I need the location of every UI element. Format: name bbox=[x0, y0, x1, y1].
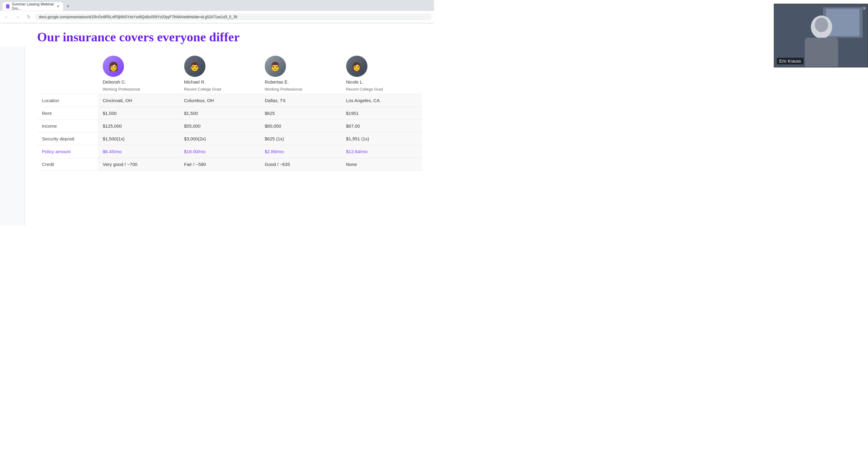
cell-credit-robertas: Good / ~635 bbox=[260, 158, 341, 171]
row-label-credit: Credit bbox=[37, 158, 98, 171]
policy-amount-row: Policy amount $6.45/mo $18.00/mo $2.86/m… bbox=[37, 145, 422, 158]
left-sidebar bbox=[0, 46, 25, 226]
row-label-income: Income bbox=[37, 120, 98, 132]
cell-credit-nicole: None bbox=[341, 158, 422, 171]
cell-credit-michael: Fair / ~580 bbox=[179, 158, 260, 171]
row-label-rent: Rent bbox=[37, 107, 98, 120]
new-tab-button[interactable]: + bbox=[64, 3, 72, 10]
row-label-location: Location bbox=[37, 94, 98, 107]
person-role-michael: Recent College Grad bbox=[184, 87, 221, 92]
cell-security-robertas: $625 (1x) bbox=[260, 132, 341, 145]
cell-credit-deborah: Very good / ~700 bbox=[98, 158, 179, 171]
table-row: Credit Very good / ~700 Fair / ~580 Good… bbox=[37, 158, 422, 171]
cell-security-deborah: $1,500(1x) bbox=[98, 132, 179, 145]
profile-michael: 👨 Michael R. Recent College Grad bbox=[184, 56, 255, 92]
avatar-nicole: 👩 bbox=[346, 56, 367, 77]
cell-rent-michael: $1,500 bbox=[179, 107, 260, 120]
cell-location-robertas: Dallas, TX bbox=[260, 94, 341, 107]
header-deborah: 👩 Deborah C. Working Professional bbox=[98, 52, 179, 94]
cell-security-michael: $3,000(2x) bbox=[179, 132, 260, 145]
table-row: Location Cincinnati, OH Columbus, OH Dal… bbox=[37, 94, 422, 107]
cell-location-deborah: Cincinnati, OH bbox=[98, 94, 179, 107]
refresh-button[interactable]: ↻ bbox=[24, 13, 33, 21]
person-role-robertas: Working Professional bbox=[265, 87, 302, 92]
slide-content: Our insurance covers everyone differ 👩 D… bbox=[25, 23, 434, 224]
person-role-deborah: Working Professional bbox=[103, 87, 140, 92]
person-name-nicole: Nicole L. bbox=[346, 79, 364, 85]
profile-deborah: 👩 Deborah C. Working Professional bbox=[103, 56, 175, 92]
person-role-nicole: Recent College Grad bbox=[346, 87, 383, 92]
tab-bar: Summer Leasing Webinar Gro... ✕ + bbox=[0, 0, 434, 11]
row-label-policy: Policy amount bbox=[37, 145, 98, 158]
url-text: docs.google.com/presentation/d/1RnOn8R5L… bbox=[39, 15, 237, 19]
person-name-robertas: Robertas E. bbox=[265, 79, 289, 85]
table-row: Security deposit $1,500(1x) $3,000(2x) $… bbox=[37, 132, 422, 145]
profile-robertas: 👨 Robertas E. Working Professional bbox=[265, 56, 336, 92]
tab-title: Summer Leasing Webinar Gro... bbox=[12, 2, 54, 11]
slide-title: Our insurance covers everyone differ bbox=[37, 30, 422, 45]
cell-income-deborah: $125,000 bbox=[98, 120, 179, 132]
back-button[interactable]: ← bbox=[2, 13, 11, 21]
cell-income-robertas: $80,000 bbox=[260, 120, 341, 132]
table-header-row: 👩 Deborah C. Working Professional 👨 Mich… bbox=[37, 52, 422, 94]
table-row: Income $125,000 $55,000 $80,000 $67,00 bbox=[37, 120, 422, 132]
cell-location-michael: Columbus, OH bbox=[179, 94, 260, 107]
cell-location-nicole: Los Angeles, CA bbox=[341, 94, 422, 107]
cell-security-nicole: $1,951 (1x) bbox=[341, 132, 422, 145]
person-name-michael: Michael R. bbox=[184, 79, 206, 85]
header-robertas: 👨 Robertas E. Working Professional bbox=[260, 52, 341, 94]
profile-nicole: 👩 Nicole L. Recent College Grad bbox=[346, 56, 417, 92]
active-tab[interactable]: Summer Leasing Webinar Gro... ✕ bbox=[2, 2, 63, 11]
avatar-michael: 👨 bbox=[184, 56, 206, 77]
cell-policy-deborah: $6.45/mo bbox=[98, 145, 179, 158]
header-nicole: 👩 Nicole L. Recent College Grad bbox=[341, 52, 422, 94]
nav-bar: ← → ↻ docs.google.com/presentation/d/1Rn… bbox=[0, 11, 434, 23]
cell-policy-robertas: $2.86/mo bbox=[260, 145, 341, 158]
tab-favicon bbox=[6, 4, 9, 8]
cell-income-michael: $55,000 bbox=[179, 120, 260, 132]
tab-close-button[interactable]: ✕ bbox=[57, 4, 60, 8]
cell-rent-robertas: $625 bbox=[260, 107, 341, 120]
avatar-robertas: 👨 bbox=[265, 56, 286, 77]
browser-chrome: Summer Leasing Webinar Gro... ✕ + ← → ↻ … bbox=[0, 0, 434, 23]
address-bar[interactable]: docs.google.com/presentation/d/1RnOn8R5L… bbox=[35, 14, 432, 20]
forward-button[interactable]: → bbox=[13, 13, 22, 21]
cell-rent-nicole: $1951 bbox=[341, 107, 422, 120]
row-label-security-deposit: Security deposit bbox=[37, 132, 98, 145]
avatar-deborah: 👩 bbox=[103, 56, 124, 77]
table-row: Rent $1,500 $1,500 $625 $1951 bbox=[37, 107, 422, 120]
cell-policy-michael: $18.00/mo bbox=[179, 145, 260, 158]
header-michael: 👨 Michael R. Recent College Grad bbox=[179, 52, 260, 94]
cell-rent-deborah: $1,500 bbox=[98, 107, 179, 120]
header-empty-col bbox=[37, 52, 98, 94]
cell-policy-nicole: $12.64/mo bbox=[341, 145, 422, 158]
comparison-table: 👩 Deborah C. Working Professional 👨 Mich… bbox=[37, 52, 422, 171]
cell-income-nicole: $67,00 bbox=[341, 120, 422, 132]
person-name-deborah: Deborah C. bbox=[103, 79, 126, 85]
